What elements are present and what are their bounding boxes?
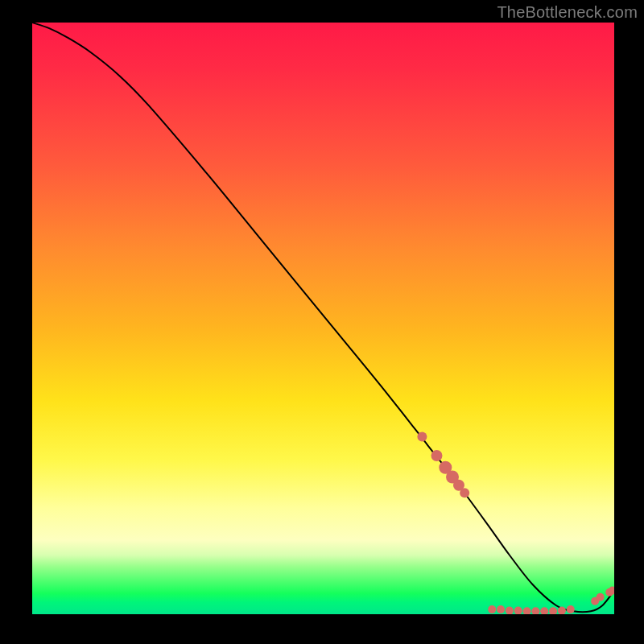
- plot-area: [32, 23, 614, 614]
- gradient-background: [32, 23, 614, 614]
- chart-stage: TheBottleneck.com: [0, 0, 644, 644]
- attribution-text: TheBottleneck.com: [497, 3, 638, 22]
